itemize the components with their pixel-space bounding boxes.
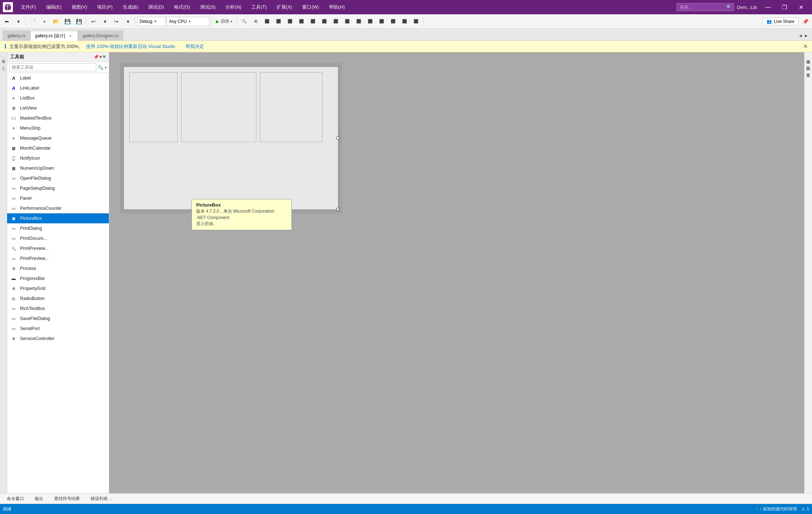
toolbox-item-richtextbox[interactable]: ▭ RichTextBox	[7, 304, 109, 314]
toolbar-icon-12[interactable]: ⬛	[365, 16, 376, 26]
info-close-button[interactable]: ✕	[803, 43, 808, 50]
toolbar-icon-8[interactable]: ⬛	[319, 16, 330, 26]
toolbox-item-process[interactable]: ⚙ Process	[7, 263, 109, 273]
close-button[interactable]: ✕	[793, 0, 809, 14]
toolbox-item-numericupdown[interactable]: ▦ NumericUpDown	[7, 163, 109, 173]
navigate-forward-button[interactable]: ▾	[13, 16, 24, 26]
save-all-button[interactable]: 💾	[73, 16, 84, 26]
tab-gallery-designer[interactable]: gallery.Designer.cs	[78, 30, 124, 40]
toolbox-search-input[interactable]	[9, 63, 96, 71]
menu-build[interactable]: 生成(B)	[118, 3, 143, 12]
undo-arrow[interactable]: ▾	[100, 16, 110, 26]
toolbar-icon-15[interactable]: ⬛	[399, 16, 410, 26]
toolbar-icon-10[interactable]: ⬛	[342, 16, 353, 26]
restore-button[interactable]: ❐	[776, 0, 793, 14]
menu-format[interactable]: 格式(O)	[169, 3, 195, 12]
start-button[interactable]: ▶ 启动 ▾	[213, 16, 235, 26]
toolbox-item-printdocument[interactable]: ▭ PrintDocum...	[7, 233, 109, 243]
toolbox-item-pagesetupdialog[interactable]: ▭ PageSetupDialog	[7, 183, 109, 193]
toolbar-icon-11[interactable]: ⬛	[353, 16, 364, 26]
resize-handle-right[interactable]	[337, 137, 339, 140]
tab-close-icon[interactable]: ✕	[67, 33, 73, 39]
toolbox-item-maskedtextbox[interactable]: (..) MaskedTextBox	[7, 113, 109, 123]
search-input[interactable]	[677, 3, 734, 11]
add-item-button[interactable]: +	[39, 16, 50, 26]
toolbar-icon-3[interactable]: ⬛	[262, 16, 272, 26]
tab-gallery-cs[interactable]: gallery.cs	[3, 30, 30, 40]
toolbar-icon-1[interactable]: 🔍	[239, 16, 250, 26]
toolbox-item-openfiledialog[interactable]: ▭ OpenFileDialog	[7, 173, 109, 183]
toolbox-item-picturebox[interactable]: ▣ PictureBox	[7, 213, 109, 223]
save-button[interactable]: 💾	[62, 16, 73, 26]
toolbar-icon-4[interactable]: ⬛	[273, 16, 284, 26]
redo-arrow[interactable]: ▾	[122, 16, 133, 26]
bottom-tab-command[interactable]: 命令窗口	[1, 494, 29, 504]
menu-window[interactable]: 窗口(W)	[297, 3, 324, 12]
toolbox-item-performancecounter[interactable]: ▭ PerformanceCounter	[7, 203, 109, 213]
toolbox-item-notifyicon[interactable]: ⌚ NotifyIcon	[7, 153, 109, 163]
menu-extensions[interactable]: 扩展(X)	[272, 3, 297, 12]
menu-project[interactable]: 项目(P)	[92, 3, 117, 12]
form-canvas[interactable]	[124, 67, 338, 210]
menu-help[interactable]: 帮助(H)	[324, 3, 350, 12]
menu-debug[interactable]: 调试(D)	[143, 3, 169, 12]
live-share-button[interactable]: 👥 Live Share	[763, 18, 798, 25]
toolbar-pin-button[interactable]: 📌	[800, 16, 811, 26]
bottom-tab-output[interactable]: 输出	[29, 494, 49, 504]
info-action-link[interactable]: 帮我决定	[185, 43, 204, 50]
vert-tab-team[interactable]: 团队	[804, 60, 812, 67]
toolbox-item-listbox[interactable]: ≡ ListBox	[7, 93, 109, 103]
toolbox-item-savefiledialog[interactable]: ▭ SaveFileDialog	[7, 314, 109, 324]
redo-button[interactable]: ↪	[111, 16, 122, 26]
source-control-button[interactable]: ↑ ↑ 添加到源代码管理	[756, 506, 797, 512]
toolbox-item-panel[interactable]: ▭ Panel	[7, 193, 109, 203]
resize-handle-corner[interactable]	[337, 208, 339, 211]
toolbox-item-linklabel[interactable]: A LinkLabel	[7, 83, 109, 93]
toolbox-item-printpreviewcontrol[interactable]: 🔍 PrintPreview...	[7, 243, 109, 253]
menu-test[interactable]: 测试(S)	[195, 3, 221, 12]
toolbar-icon-16[interactable]: ⬛	[411, 16, 421, 26]
menu-file[interactable]: 文件(F)	[16, 3, 41, 12]
toolbox-item-serialport[interactable]: ▭ SerialPort	[7, 324, 109, 334]
toolbox-item-label[interactable]: A Label	[7, 73, 109, 83]
minimize-button[interactable]: —	[760, 0, 776, 14]
toolbox-item-printpreviewdialog[interactable]: ▭ PrintPreview...	[7, 253, 109, 263]
toolbar-icon-2[interactable]: ⊞	[250, 16, 261, 26]
toolbox-search-arrow[interactable]: ▾	[105, 66, 107, 69]
menu-analyze[interactable]: 分析(N)	[221, 3, 246, 12]
toolbar-icon-5[interactable]: ⬛	[285, 16, 295, 26]
bottom-tab-find-results[interactable]: 查找符号结果	[49, 494, 85, 504]
navigate-back-button[interactable]: ⬅	[1, 16, 12, 26]
tab-scroll-right[interactable]: ▶	[803, 30, 809, 40]
toolbar-icon-6[interactable]: ⬛	[296, 16, 307, 26]
designer-area[interactable]: PictureBox 版本 4.7.2.0，来自 Microsoft Corpo…	[109, 52, 804, 493]
toolbox-item-radiobutton[interactable]: ◎ RadioButton	[7, 294, 109, 304]
menu-edit[interactable]: 编辑(E)	[41, 3, 67, 12]
toolbar-icon-7[interactable]: ⬛	[308, 16, 318, 26]
toolbox-item-monthcalendar[interactable]: ▦ MonthCalendar	[7, 143, 109, 153]
toolbox-pin-button[interactable]: 📌	[93, 54, 99, 59]
toolbox-item-servicecontroller[interactable]: ⚙ ServiceController	[7, 334, 109, 344]
new-project-button[interactable]: 📄	[28, 16, 38, 26]
open-button[interactable]: 📂	[50, 16, 61, 26]
panel-2[interactable]	[181, 72, 256, 142]
toolbox-item-listview[interactable]: ⊞ ListView	[7, 103, 109, 113]
debug-config-dropdown[interactable]: Debug ▼	[137, 17, 166, 26]
undo-button[interactable]: ↩	[88, 16, 99, 26]
vert-tab-properties[interactable]: 属性	[804, 54, 812, 60]
server-explorer-icon[interactable]: 服	[0, 54, 7, 60]
toolbox-close-button[interactable]: ✕	[102, 54, 106, 59]
toolbox-item-messagequeue[interactable]: ≡ MessageQueue	[7, 133, 109, 143]
tab-scroll-left[interactable]: ◀	[798, 30, 803, 40]
platform-dropdown[interactable]: Any CPU ▼	[166, 17, 209, 26]
designer-surface[interactable]	[120, 63, 342, 213]
info-restart-link[interactable]: 使用 100% 缩放比例重新启动 Visual Studio	[86, 43, 175, 50]
menu-view[interactable]: 视图(V)	[67, 3, 92, 12]
panel-3[interactable]	[260, 72, 323, 142]
toolbar-icon-13[interactable]: ⬛	[376, 16, 387, 26]
bottom-tab-error-list[interactable]: 错误列表 ...	[85, 494, 118, 504]
toolbar-icon-9[interactable]: ⬛	[330, 16, 341, 26]
toolbox-item-propertygrid[interactable]: ⚙ PropertyGrid	[7, 283, 109, 294]
toolbox-vert-icon[interactable]: 工	[0, 61, 7, 67]
panel-1[interactable]	[129, 72, 178, 142]
